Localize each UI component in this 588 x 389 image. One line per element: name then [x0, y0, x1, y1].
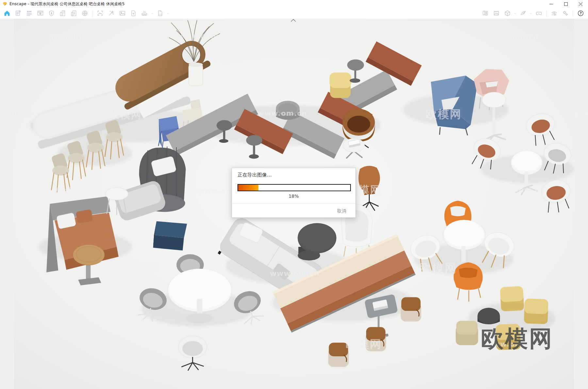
maximize-button[interactable] — [559, 0, 573, 8]
svg-text:?: ? — [580, 11, 581, 15]
exe-dropdown-icon[interactable] — [166, 9, 170, 18]
export-progress-dialog: 正在导出图像… 18% 取消 — [232, 168, 356, 218]
export-exe-icon[interactable]: EXE — [155, 9, 165, 18]
yellow-stool — [330, 73, 351, 98]
magic-enhance-icon[interactable] — [106, 9, 116, 18]
visual-settings-icon[interactable] — [549, 9, 559, 18]
orbit-cube-icon[interactable] — [502, 9, 512, 18]
toolbar-separator — [546, 10, 547, 17]
progress-bar — [237, 184, 351, 191]
dialog-separator — [232, 203, 355, 204]
svg-text:EXE: EXE — [159, 14, 162, 15]
help-icon[interactable]: ? — [576, 9, 585, 18]
cube-dropdown-icon[interactable] — [513, 9, 517, 18]
building-icon[interactable] — [57, 9, 67, 18]
wing-dropdown-icon[interactable] — [529, 9, 533, 18]
window-view-icon[interactable] — [35, 9, 45, 18]
bim-icon[interactable]: BIM — [24, 9, 34, 18]
upload-file-icon[interactable] — [128, 9, 138, 18]
svg-text:BIM: BIM — [27, 10, 31, 13]
document-notes-icon[interactable] — [13, 9, 23, 18]
textured-image-icon[interactable] — [491, 9, 501, 18]
panorama-dropdown-icon[interactable] — [150, 9, 155, 18]
map-location-icon[interactable] — [480, 9, 490, 18]
toolbar-separator — [573, 10, 573, 17]
wing-fly-icon[interactable] — [518, 9, 528, 18]
shield-leaf-icon[interactable] — [46, 9, 56, 18]
svg-text:360: 360 — [143, 10, 146, 12]
collapse-toolbar-button[interactable] — [287, 19, 300, 23]
progress-bar-fill — [238, 185, 258, 191]
home-icon[interactable] — [2, 9, 12, 18]
cancel-button[interactable]: 取消 — [335, 207, 348, 215]
vr-headset-icon[interactable] — [534, 9, 544, 18]
progress-percent-label: 18% — [232, 194, 355, 199]
building-energy-icon[interactable] — [69, 9, 78, 18]
minimize-button[interactable] — [544, 0, 559, 8]
navy-cube-ottoman — [153, 221, 187, 250]
screenshot-icon[interactable] — [95, 9, 105, 18]
render-viewport[interactable]: 欧模网 www.om.cn 欧模网 www.om.cn www.om.cn 欧模… — [0, 19, 588, 389]
toolbar-right-group: ? — [480, 8, 586, 19]
round-pouf — [276, 101, 300, 120]
close-button[interactable] — [573, 0, 588, 8]
enscape-window: Enscape - 现代茶水间桌椅 公司休息区桌椅 吧台桌椅 休闲桌椅5 BIM — [0, 0, 588, 389]
general-settings-icon[interactable] — [560, 9, 570, 18]
window-titlebar: Enscape - 现代茶水间桌椅 公司休息区桌椅 吧台桌椅 休闲桌椅5 — [0, 0, 588, 8]
enscape-logo-icon — [3, 2, 7, 6]
render-image-icon[interactable] — [117, 9, 127, 18]
panorama-360-icon[interactable]: 360 — [139, 9, 149, 18]
video-film-icon[interactable] — [80, 9, 90, 18]
dialog-title: 正在导出图像… — [237, 172, 272, 178]
window-title: Enscape - 现代茶水间桌椅 公司休息区桌椅 吧台桌椅 休闲桌椅5 — [9, 1, 125, 7]
toolbar-separator — [92, 10, 92, 17]
